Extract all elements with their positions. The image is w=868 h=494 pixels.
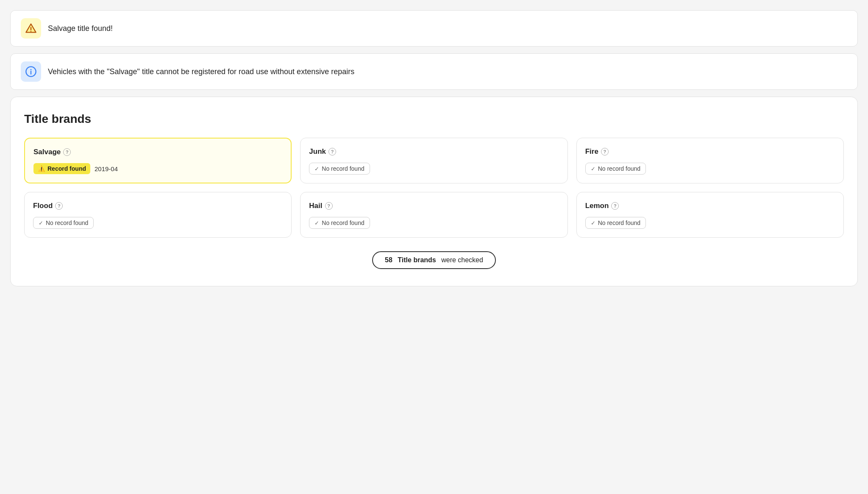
- no-record-label-junk: No record found: [322, 165, 364, 172]
- brand-card-header-salvage: Salvage?: [33, 148, 282, 156]
- brand-name-hail: Hail: [309, 202, 322, 210]
- check-icon-lemon: ✓: [591, 220, 595, 226]
- brand-name-flood: Flood: [33, 202, 53, 210]
- check-icon-fire: ✓: [591, 166, 595, 172]
- brand-card-fire: Fire?✓No record found: [576, 138, 844, 183]
- brand-card-header-lemon: Lemon?: [585, 202, 835, 210]
- question-icon-fire[interactable]: ?: [601, 148, 609, 155]
- status-row-fire: ✓No record found: [585, 163, 835, 175]
- section-title: Title brands: [24, 112, 844, 126]
- brand-card-header-hail: Hail?: [309, 202, 559, 210]
- status-row-hail: ✓No record found: [309, 217, 559, 229]
- no-record-badge-junk: ✓No record found: [309, 163, 370, 175]
- brand-card-header-fire: Fire?: [585, 147, 835, 156]
- title-brands-card: Title brands Salvage?⚠️Record found2019-…: [10, 97, 858, 286]
- brand-name-salvage: Salvage: [33, 148, 61, 156]
- info-icon: [25, 66, 37, 78]
- status-row-flood: ✓No record found: [33, 217, 283, 229]
- warning-icon-wrap: [21, 18, 41, 39]
- brand-card-header-flood: Flood?: [33, 202, 283, 210]
- brand-name-lemon: Lemon: [585, 202, 609, 210]
- question-icon-hail[interactable]: ?: [325, 202, 333, 210]
- question-icon-salvage[interactable]: ?: [63, 148, 71, 156]
- no-record-badge-flood: ✓No record found: [33, 217, 94, 229]
- check-icon-junk: ✓: [314, 166, 319, 172]
- brand-card-hail: Hail?✓No record found: [300, 192, 568, 238]
- salvage-alert-banner: Salvage title found!: [10, 10, 858, 47]
- question-icon-junk[interactable]: ?: [328, 148, 336, 155]
- brands-count: 58: [385, 256, 392, 264]
- question-icon-flood[interactable]: ?: [55, 202, 63, 210]
- salvage-alert-text: Salvage title found!: [48, 24, 113, 33]
- no-record-label-lemon: No record found: [598, 219, 640, 226]
- svg-point-4: [31, 69, 32, 70]
- brand-card-header-junk: Junk?: [309, 147, 559, 156]
- brand-card-junk: Junk?✓No record found: [300, 138, 568, 183]
- info-alert-banner: Vehicles with the "Salvage" title cannot…: [10, 53, 858, 90]
- no-record-badge-hail: ✓No record found: [309, 217, 370, 229]
- svg-point-1: [31, 31, 31, 32]
- no-record-badge-lemon: ✓No record found: [585, 217, 646, 229]
- record-found-badge-salvage: ⚠️Record found: [33, 163, 90, 174]
- badge-warn-icon: ⚠️: [38, 165, 45, 172]
- check-icon-flood: ✓: [39, 220, 43, 226]
- no-record-label-flood: No record found: [46, 219, 88, 226]
- brand-card-flood: Flood?✓No record found: [24, 192, 292, 238]
- no-record-label-hail: No record found: [322, 219, 364, 226]
- warning-icon: [25, 22, 37, 34]
- brands-count-label: Title brands: [398, 256, 436, 264]
- no-record-label-fire: No record found: [598, 165, 640, 172]
- info-alert-text: Vehicles with the "Salvage" title cannot…: [48, 67, 354, 76]
- checked-pill: 58 Title brands were checked: [372, 251, 496, 269]
- brands-grid: Salvage?⚠️Record found2019-04Junk?✓No re…: [24, 138, 844, 238]
- status-row-junk: ✓No record found: [309, 163, 559, 175]
- brands-suffix: were checked: [441, 256, 483, 264]
- brand-name-junk: Junk: [309, 147, 326, 156]
- check-icon-hail: ✓: [314, 220, 319, 226]
- checked-summary: 58 Title brands were checked: [24, 251, 844, 269]
- brand-card-salvage: Salvage?⚠️Record found2019-04: [24, 138, 292, 183]
- brand-name-fire: Fire: [585, 147, 598, 156]
- info-icon-wrap: [21, 61, 41, 82]
- status-row-salvage: ⚠️Record found2019-04: [33, 163, 282, 174]
- question-icon-lemon[interactable]: ?: [611, 202, 619, 210]
- status-row-lemon: ✓No record found: [585, 217, 835, 229]
- badge-label: Record found: [47, 165, 86, 172]
- record-date-salvage: 2019-04: [95, 165, 118, 172]
- no-record-badge-fire: ✓No record found: [585, 163, 646, 175]
- brand-card-lemon: Lemon?✓No record found: [576, 192, 844, 238]
